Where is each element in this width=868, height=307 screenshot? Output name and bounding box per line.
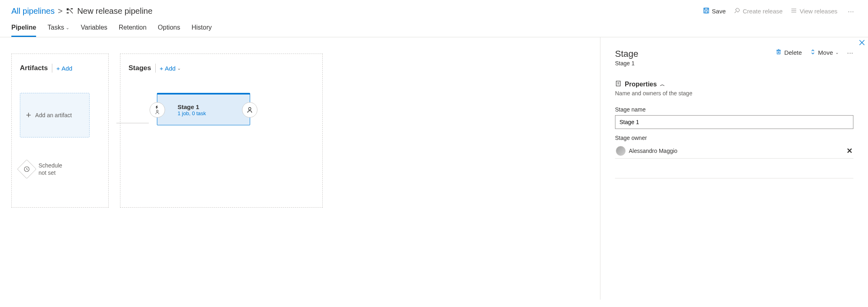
add-artifact-label: Add (62, 65, 73, 72)
properties-header[interactable]: Properties ︿ (615, 80, 853, 88)
owner-name: Alessandro Maggio (629, 148, 677, 154)
stage-name-input[interactable] (615, 115, 853, 129)
person-icon (246, 107, 253, 113)
breadcrumb-root-link[interactable]: All pipelines (11, 6, 55, 16)
tab-tasks-label: Tasks (47, 24, 64, 31)
svg-rect-19 (616, 81, 620, 86)
plus-icon: + (160, 65, 163, 72)
schedule-indicator[interactable]: Schedule not set (20, 162, 100, 176)
breadcrumb-separator: > (58, 6, 63, 16)
list-icon (791, 7, 797, 15)
panel-more-button[interactable]: ··· (847, 49, 853, 56)
chevron-down-icon: ⌄ (835, 50, 839, 55)
stage-card[interactable]: Stage 1 1 job, 0 task (157, 93, 250, 125)
chevron-up-icon: ︿ (660, 81, 665, 88)
add-artifact-link[interactable]: + Add (56, 65, 72, 72)
delete-stage-button[interactable]: Delete (776, 49, 802, 56)
stage-owner-label: Stage owner (615, 135, 853, 141)
svg-rect-0 (67, 8, 69, 10)
create-release-button[interactable]: Create release (734, 7, 782, 15)
toolbar: Save Create release View releases ··· (703, 7, 857, 15)
stage-name-label: Stage name (615, 106, 853, 113)
move-label: Move (818, 49, 833, 56)
lightning-icon (154, 105, 160, 109)
svg-point-10 (156, 110, 159, 112)
artifacts-title: Artifacts (20, 64, 48, 72)
stages-title: Stages (129, 64, 151, 72)
rocket-icon (734, 7, 740, 15)
properties-desc: Name and owners of the stage (615, 90, 853, 97)
connector-line (116, 123, 149, 123)
tab-tasks[interactable]: Tasks ⌄ (47, 24, 69, 37)
panel-subtitle: Stage 1 (615, 60, 639, 67)
pipeline-icon (66, 7, 74, 15)
plus-icon: + (26, 110, 31, 120)
view-releases-label: View releases (799, 8, 837, 15)
avatar (616, 146, 626, 156)
tab-options[interactable]: Options (158, 24, 180, 37)
breadcrumb: All pipelines > New release pipeline (11, 6, 152, 16)
save-button[interactable]: Save (703, 7, 726, 15)
save-label: Save (712, 8, 726, 15)
panel-close-button[interactable] (859, 40, 865, 47)
move-stage-button[interactable]: Move ⌄ (810, 49, 839, 56)
schedule-label: Schedule not set (39, 162, 71, 176)
chevron-down-icon: ⌄ (66, 25, 69, 30)
tab-variables[interactable]: Variables (81, 24, 107, 37)
toolbar-more-button[interactable]: ··· (845, 8, 857, 15)
pipeline-canvas: Artifacts + Add + Add an artifact Schedu… (0, 37, 600, 300)
svg-rect-1 (71, 8, 73, 9)
stages-column: Stages + Add ⌄ Stage 1 1 job, 0 task (120, 54, 323, 208)
view-releases-button[interactable]: View releases (791, 7, 837, 15)
artifacts-column: Artifacts + Add + Add an artifact Schedu… (11, 54, 109, 208)
svg-rect-4 (705, 8, 708, 10)
svg-rect-2 (67, 12, 69, 13)
tab-history[interactable]: History (191, 24, 212, 37)
pre-deployment-conditions[interactable] (150, 102, 165, 118)
add-stage-link[interactable]: + Add ⌄ (160, 65, 181, 72)
panel-title: Stage (615, 49, 639, 59)
post-deployment-conditions[interactable] (242, 102, 257, 118)
clock-icon (17, 159, 36, 179)
move-icon (810, 49, 816, 56)
svg-point-11 (249, 107, 251, 110)
add-artifact-placeholder-label: Add an artifact (35, 112, 72, 119)
delete-label: Delete (784, 49, 802, 56)
tabs-row: Pipeline Tasks ⌄ Variables Retention Opt… (0, 20, 868, 37)
stage-card-name: Stage 1 (178, 103, 206, 110)
properties-icon (615, 80, 622, 88)
stage-card-jobs-link[interactable]: 1 job, 0 task (178, 110, 206, 116)
chevron-down-icon: ⌄ (177, 66, 181, 71)
tab-retention[interactable]: Retention (119, 24, 147, 37)
breadcrumb-title: New release pipeline (77, 6, 152, 16)
save-icon (703, 7, 709, 15)
create-release-label: Create release (743, 8, 782, 15)
stage-owner-row[interactable]: Alessandro Maggio ✕ (615, 144, 853, 159)
divider (52, 64, 52, 73)
add-stage-label: Add (165, 65, 176, 72)
svg-rect-14 (777, 51, 780, 54)
properties-heading: Properties (625, 81, 657, 88)
stage-properties-panel: Stage Stage 1 Delete Move ⌄ ··· (600, 37, 868, 300)
remove-owner-button[interactable]: ✕ (847, 146, 853, 155)
add-artifact-box[interactable]: + Add an artifact (20, 93, 90, 137)
person-icon (154, 109, 160, 114)
trash-icon (776, 49, 782, 56)
divider (155, 64, 156, 73)
svg-rect-5 (705, 11, 707, 13)
section-divider (615, 178, 853, 178)
plus-icon: + (56, 65, 60, 72)
tab-pipeline[interactable]: Pipeline (11, 24, 36, 37)
